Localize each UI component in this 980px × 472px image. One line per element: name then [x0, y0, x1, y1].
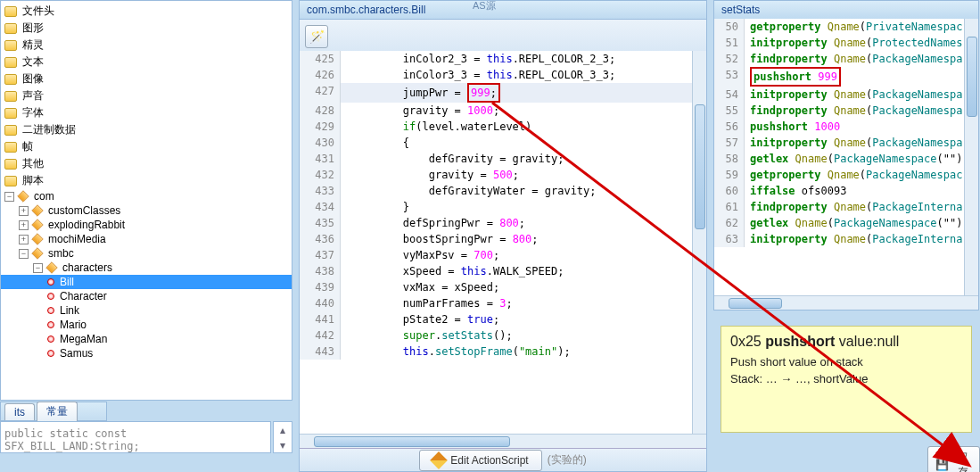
- constant-line: public static const SFX_BILL_LAND:String…: [4, 427, 140, 452]
- collapse-icon[interactable]: −: [19, 249, 29, 259]
- bytecode-line[interactable]: 56pushshort 1000: [714, 119, 978, 135]
- expand-icon[interactable]: +: [19, 206, 29, 216]
- tree-item[interactable]: 文本: [1, 54, 292, 70]
- code-line[interactable]: 425 inColor2_3 = this.REPL_COLOR_2_3;: [300, 51, 706, 67]
- edit-actionscript-label: Edit ActionScript: [450, 454, 528, 467]
- bytecode-line[interactable]: 62getlex Qname(PackageNamespace(""): [714, 215, 978, 231]
- code-line[interactable]: 435 defSpringPwr = 800;: [300, 215, 706, 231]
- bytecode-code[interactable]: 50getproperty Qname(PrivateNamespac51ini…: [714, 19, 978, 295]
- opcode-info-desc: Push short value on stack: [730, 355, 962, 368]
- expand-icon[interactable]: +: [19, 235, 29, 244]
- package-icon: [31, 233, 44, 245]
- code-line[interactable]: 426 inColor3_3 = this.REPL_COLOR_3_3;: [300, 67, 706, 83]
- tree-item[interactable]: 声音: [1, 87, 292, 104]
- tree-item[interactable]: 图形: [1, 20, 292, 37]
- class-icon: [47, 307, 54, 314]
- code-line[interactable]: 428 gravity = 1000;: [300, 103, 706, 119]
- code-line[interactable]: 442 super.setStats();: [300, 327, 706, 344]
- tree-panel: 文件头图形精灵文本图像声音字体二进制数据帧其他脚本−com+customClas…: [0, 0, 292, 401]
- code-line[interactable]: 432 gravity = 500;: [300, 167, 706, 183]
- source-hscroll[interactable]: [300, 434, 706, 448]
- tree-item[interactable]: 帧: [1, 138, 292, 155]
- bytecode-line[interactable]: 63initproperty Qname(PackageInterna: [714, 231, 978, 247]
- tree-item[interactable]: Samus: [1, 346, 292, 360]
- bytecode-line[interactable]: 58getlex Qname(PackageNamespace(""): [714, 151, 978, 167]
- bytecode-line[interactable]: 57initproperty Qname(PackageNamespa: [714, 135, 978, 151]
- tab-constants[interactable]: 常量: [37, 402, 78, 421]
- tree-item[interactable]: +customClasses: [1, 203, 292, 218]
- collapse-icon[interactable]: −: [4, 192, 14, 202]
- bytecode-line[interactable]: 53pushshort 999: [714, 67, 978, 87]
- as-source-label: AS源: [473, 0, 496, 12]
- opcode-info: 0x25 pushshort value:null Push short val…: [721, 326, 972, 433]
- package-icon: [45, 261, 58, 274]
- tree-item[interactable]: −characters: [1, 261, 292, 275]
- code-line[interactable]: 436 boostSpringPwr = 800;: [300, 231, 706, 247]
- code-line[interactable]: 431 defGravity = gravity;: [300, 151, 706, 167]
- opcode-info-title: 0x25 pushshort value:null: [730, 334, 962, 350]
- constants-preview: public static const SFX_BILL_LAND:String…: [0, 421, 271, 453]
- tree-item[interactable]: 字体: [1, 104, 292, 121]
- edit-actionscript-button[interactable]: Edit ActionScript: [419, 450, 541, 471]
- code-line[interactable]: 430 {: [300, 135, 706, 151]
- tree-item[interactable]: 精灵: [1, 37, 292, 54]
- bytecode-line[interactable]: 51initproperty Qname(ProtectedNames: [714, 35, 978, 51]
- code-line[interactable]: 437 vyMaxPsv = 700;: [300, 247, 706, 263]
- tree-item[interactable]: Character: [1, 289, 292, 303]
- tool-button[interactable]: 🪄: [305, 25, 328, 48]
- folder-icon: [4, 142, 17, 153]
- save-button[interactable]: 💾 仅存: [927, 446, 980, 472]
- code-line[interactable]: 443 this.setStopFrame("main");: [300, 344, 706, 360]
- code-line[interactable]: 439 vxMax = xSpeed;: [300, 279, 706, 295]
- folder-icon: [4, 23, 17, 34]
- tree-item[interactable]: 其他: [1, 155, 292, 172]
- bytecode-title: setStats: [714, 1, 978, 20]
- bytecode-line[interactable]: 54initproperty Qname(PackageNamespa: [714, 87, 978, 103]
- disk-icon: 💾: [935, 459, 949, 471]
- package-icon: [17, 190, 29, 203]
- tree-item[interactable]: Mario: [1, 318, 292, 332]
- bytecode-line[interactable]: 60iffalse ofs0093: [714, 183, 978, 199]
- tree-item[interactable]: 文件头: [1, 3, 292, 20]
- tree[interactable]: 文件头图形精灵文本图像声音字体二进制数据帧其他脚本−com+customClas…: [1, 1, 292, 400]
- bytecode-line[interactable]: 50getproperty Qname(PrivateNamespac: [714, 19, 978, 35]
- source-vscroll[interactable]: [692, 51, 706, 434]
- folder-icon: [4, 108, 17, 119]
- collapse-icon[interactable]: −: [33, 263, 43, 273]
- expand-icon[interactable]: +: [19, 220, 29, 230]
- class-icon: [47, 321, 54, 328]
- source-code[interactable]: 425 inColor2_3 = this.REPL_COLOR_2_3;426…: [300, 51, 706, 434]
- folder-icon: [4, 125, 17, 136]
- bytecode-hscroll[interactable]: [714, 295, 978, 310]
- tree-item[interactable]: 脚本: [1, 172, 292, 189]
- bytecode-vscroll[interactable]: [964, 19, 978, 295]
- tree-item[interactable]: 图像: [1, 70, 292, 87]
- code-line[interactable]: 438 xSpeed = this.WALK_SPEED;: [300, 263, 706, 279]
- arrow-down-icon[interactable]: ▾: [274, 437, 292, 452]
- code-line[interactable]: 433 defGravityWater = gravity;: [300, 183, 706, 199]
- save-area: 💾 仅存: [927, 446, 980, 472]
- tree-item[interactable]: +mochiMedia: [1, 232, 292, 246]
- bytecode-line[interactable]: 59getproperty Qname(PackageNamespac: [714, 167, 978, 183]
- tab-traits[interactable]: its: [4, 403, 35, 420]
- tree-item[interactable]: −smbc: [1, 246, 292, 261]
- tree-item[interactable]: Bill: [1, 275, 292, 289]
- tree-item[interactable]: Link: [1, 303, 292, 318]
- bytecode-line[interactable]: 55findproperty Qname(PackageNamespa: [714, 103, 978, 119]
- tree-item[interactable]: +explodingRabbit: [1, 218, 292, 232]
- code-line[interactable]: 429 if(level.waterLevel): [300, 119, 706, 135]
- mini-scroll[interactable]: ▴ ▾: [273, 421, 292, 453]
- tree-item[interactable]: −com: [1, 189, 292, 203]
- bytecode-line[interactable]: 61findproperty Qname(PackageInterna: [714, 199, 978, 215]
- folder-icon: [4, 159, 17, 170]
- bytecode-line[interactable]: 52findproperty Qname(PackageNamespa: [714, 51, 978, 67]
- code-line[interactable]: 434 }: [300, 199, 706, 215]
- arrow-up-icon[interactable]: ▴: [274, 422, 292, 437]
- code-line[interactable]: 440 numParFrames = 3;: [300, 295, 706, 311]
- code-line[interactable]: 427 jumpPwr = 999;: [300, 83, 706, 103]
- tree-item[interactable]: 二进制数据: [1, 121, 292, 138]
- tree-item[interactable]: MegaMan: [1, 332, 292, 346]
- code-line[interactable]: 441 pState2 = true;: [300, 311, 706, 327]
- package-icon: [31, 204, 44, 217]
- folder-icon: [4, 176, 17, 186]
